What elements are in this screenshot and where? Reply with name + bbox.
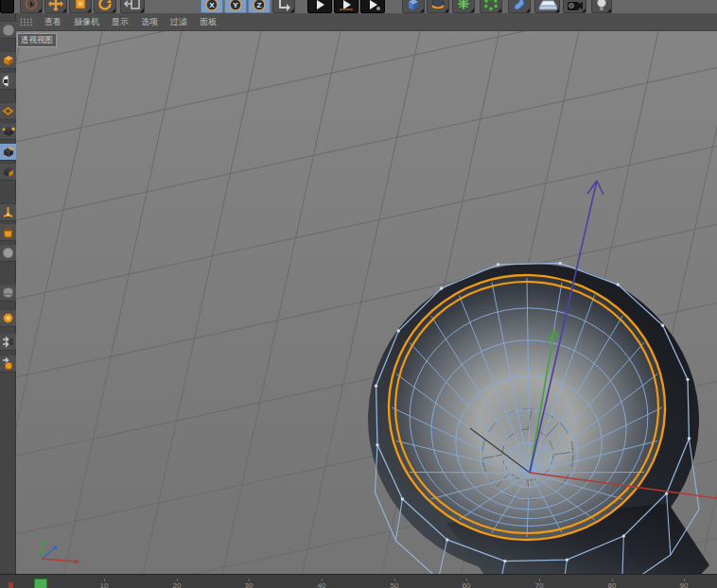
recent-tools-icon[interactable] xyxy=(120,0,145,13)
coordinate-system-icon[interactable] xyxy=(272,0,295,13)
floor-object-icon[interactable] xyxy=(534,0,560,13)
mode-sidebar xyxy=(0,13,16,574)
lock-z-axis-button[interactable]: Z xyxy=(248,0,271,13)
frame-tick: 70 xyxy=(532,581,547,588)
live-selection-icon[interactable] xyxy=(20,0,43,13)
texture-mode-icon[interactable] xyxy=(0,72,16,90)
move-tool-icon[interactable] xyxy=(44,0,67,13)
polygons-mode-icon[interactable] xyxy=(0,163,16,181)
lock-x-label: X xyxy=(201,1,222,9)
workplane-mode-icon[interactable] xyxy=(0,102,16,120)
model-mode-icon[interactable] xyxy=(0,51,16,69)
light-object-icon[interactable] xyxy=(591,0,612,13)
partial-tool-icon[interactable] xyxy=(0,0,14,13)
c4d-window: X Y Z xyxy=(0,0,717,588)
snap-sphere-icon[interactable] xyxy=(0,244,16,262)
timeline-ruler[interactable]: 10 20 30 40 50 60 70 80 90 xyxy=(0,574,717,588)
snap-arrows-icon[interactable] xyxy=(0,333,16,351)
lock-y-label: Y xyxy=(225,1,246,9)
frame-tick: 90 xyxy=(676,581,691,588)
deformer-group-icon[interactable] xyxy=(480,0,502,13)
timeline-playhead[interactable] xyxy=(34,579,47,588)
viewport-label[interactable]: 透视视图 xyxy=(17,33,57,47)
menu-item-view[interactable]: 查看 xyxy=(44,16,61,28)
cage-deformer-icon[interactable] xyxy=(452,0,475,13)
menu-item-filter[interactable]: 过滤 xyxy=(170,16,187,28)
menu-grip-icon[interactable] xyxy=(20,18,32,26)
snap-target-icon[interactable] xyxy=(0,309,16,327)
top-toolbar: X Y Z xyxy=(0,0,717,13)
points-mode-icon[interactable] xyxy=(0,122,16,140)
viewport-menubar: 查看 摄像机 显示 选项 过滤 面板 xyxy=(16,13,717,31)
menu-item-display[interactable]: 显示 xyxy=(112,16,129,28)
perspective-viewport[interactable]: 透视视图 xyxy=(16,31,717,574)
frame-tick: 50 xyxy=(387,581,402,588)
enable-axis-icon[interactable] xyxy=(0,203,16,221)
scale-tool-icon[interactable] xyxy=(69,0,92,13)
lock-z-label: Z xyxy=(249,1,270,9)
lock-y-axis-button[interactable]: Y xyxy=(224,0,247,13)
add-cube-icon[interactable] xyxy=(402,0,425,13)
convert-tool-icon[interactable] xyxy=(0,21,16,39)
rotate-tool-icon[interactable] xyxy=(94,0,116,13)
frame-tick: 60 xyxy=(459,581,474,588)
frame-tick: 10 xyxy=(96,581,112,588)
camera-object-icon[interactable] xyxy=(563,0,586,13)
timeline-marker-icon xyxy=(9,582,13,588)
bowl-object xyxy=(362,258,709,574)
subdivision-surface-icon[interactable] xyxy=(427,0,449,13)
edges-mode-icon[interactable] xyxy=(0,143,16,161)
frame-tick: 30 xyxy=(241,581,256,588)
viewport-canvas xyxy=(16,31,717,574)
lock-x-axis-button[interactable]: X xyxy=(201,0,223,13)
main-area: 查看 摄像机 显示 选项 过滤 面板 透视视图 xyxy=(16,13,717,574)
world-axis-gizmo xyxy=(41,540,79,564)
frame-tick: 80 xyxy=(604,581,620,588)
snap-magnet-icon[interactable] xyxy=(0,355,16,372)
menu-item-options[interactable]: 选项 xyxy=(141,16,158,28)
spline-pen-icon[interactable] xyxy=(508,0,531,13)
frame-tick: 20 xyxy=(169,581,184,588)
menu-item-panel[interactable]: 面板 xyxy=(200,16,217,28)
render-view-icon[interactable] xyxy=(307,0,332,13)
snap-ball-icon[interactable] xyxy=(0,284,16,302)
viewport-solo-icon[interactable] xyxy=(0,223,16,241)
frame-tick: 40 xyxy=(314,581,329,588)
menu-item-camera[interactable]: 摄像机 xyxy=(74,16,99,28)
render-settings-icon[interactable] xyxy=(360,0,385,13)
render-picture-viewer-icon[interactable] xyxy=(334,0,358,13)
